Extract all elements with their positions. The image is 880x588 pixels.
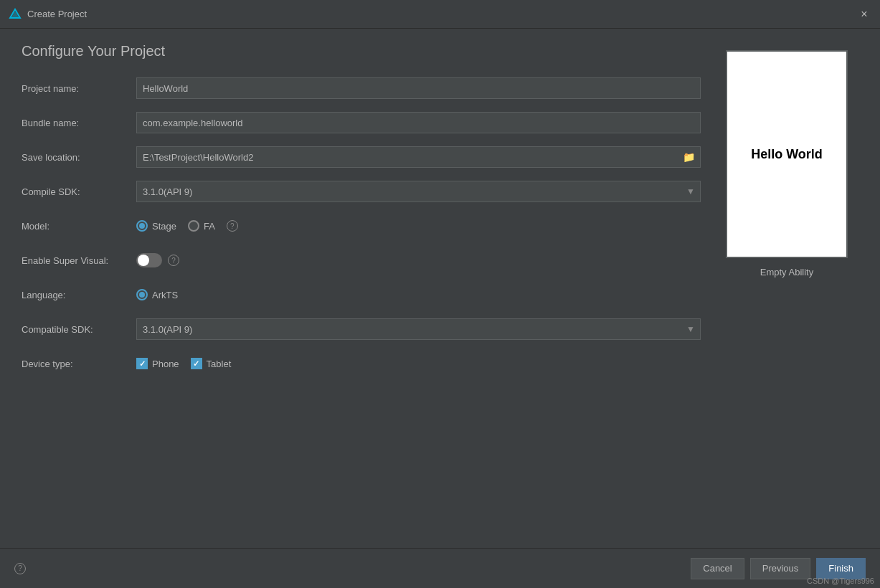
- close-button[interactable]: ×: [857, 7, 871, 22]
- model-help-icon[interactable]: ?: [227, 220, 238, 232]
- cancel-button[interactable]: Cancel: [691, 558, 744, 579]
- device-phone-label: Phone: [152, 359, 179, 369]
- device-type-row: Device type: Phone Tablet: [22, 352, 701, 375]
- project-name-input[interactable]: [136, 77, 701, 99]
- bundle-name-input[interactable]: [136, 112, 701, 133]
- content-area: Configure Your Project Project name: Bun…: [0, 29, 880, 548]
- compatible-sdk-label: Compatible SDK:: [22, 324, 136, 335]
- app-icon: [9, 8, 22, 21]
- folder-icon[interactable]: 📁: [683, 151, 695, 163]
- preview-section: Hello World Empty Ability: [715, 43, 858, 534]
- model-label: Model:: [22, 221, 136, 232]
- model-fa-option[interactable]: FA: [188, 220, 215, 232]
- project-name-label: Project name:: [22, 83, 136, 94]
- language-arkts-radio[interactable]: [136, 289, 148, 300]
- super-visual-controls: ?: [136, 253, 179, 267]
- save-location-wrapper: 📁: [136, 146, 701, 168]
- super-visual-row: Enable Super Visual: ?: [22, 249, 701, 272]
- language-label: Language:: [22, 290, 136, 300]
- page-title: Configure Your Project: [22, 43, 701, 60]
- previous-button[interactable]: Previous: [750, 558, 811, 579]
- super-visual-toggle[interactable]: [136, 253, 162, 267]
- watermark: CSDN @Tigers996: [807, 577, 874, 585]
- form-section: Configure Your Project Project name: Bun…: [22, 43, 701, 534]
- super-visual-label: Enable Super Visual:: [22, 255, 136, 266]
- compile-sdk-label: Compile SDK:: [22, 186, 136, 197]
- device-phone-checkbox[interactable]: [136, 358, 148, 369]
- model-fa-label: FA: [204, 221, 215, 232]
- bottom-bar: ? Cancel Previous Finish: [0, 548, 880, 588]
- bottom-left: ?: [14, 563, 26, 574]
- preview-phone: Hello World: [726, 50, 848, 258]
- model-row: Model: Stage FA ?: [22, 214, 701, 237]
- compatible-sdk-row: Compatible SDK: 3.1.0(API 9) 3.0.0(API 8…: [22, 318, 701, 341]
- device-tablet-checkbox[interactable]: [191, 358, 202, 369]
- bundle-name-row: Bundle name:: [22, 111, 701, 134]
- compile-sdk-row: Compile SDK: 3.1.0(API 9) 3.0.0(API 8) 2…: [22, 180, 701, 203]
- device-type-checkbox-group: Phone Tablet: [136, 358, 231, 369]
- save-location-input[interactable]: [136, 146, 701, 168]
- bottom-right: Cancel Previous Finish: [691, 558, 866, 579]
- model-radio-group: Stage FA ?: [136, 220, 238, 232]
- finish-button[interactable]: Finish: [816, 558, 866, 579]
- save-location-row: Save location: 📁: [22, 146, 701, 169]
- title-bar-title: Create Project: [27, 9, 857, 19]
- title-bar: Create Project ×: [0, 0, 880, 29]
- device-phone-option[interactable]: Phone: [136, 358, 179, 369]
- language-arkts-option[interactable]: ArkTS: [136, 289, 178, 300]
- model-stage-option[interactable]: Stage: [136, 220, 176, 232]
- language-row: Language: ArkTS: [22, 283, 701, 306]
- window: Create Project × Configure Your Project …: [0, 0, 880, 588]
- preview-label: Empty Ability: [760, 267, 813, 278]
- super-visual-help-icon[interactable]: ?: [168, 255, 179, 266]
- bundle-name-label: Bundle name:: [22, 118, 136, 128]
- project-name-row: Project name:: [22, 77, 701, 100]
- device-type-label: Device type:: [22, 359, 136, 369]
- save-location-label: Save location:: [22, 152, 136, 163]
- preview-hello-world-text: Hello World: [751, 147, 823, 162]
- model-stage-label: Stage: [152, 221, 176, 232]
- model-stage-radio[interactable]: [136, 220, 148, 232]
- compatible-sdk-select[interactable]: 3.1.0(API 9) 3.0.0(API 8) 2.0.0(API 7): [136, 318, 701, 340]
- model-fa-radio[interactable]: [188, 220, 199, 232]
- compile-sdk-wrapper: 3.1.0(API 9) 3.0.0(API 8) 2.0.0(API 7) ▼: [136, 181, 701, 202]
- compile-sdk-select[interactable]: 3.1.0(API 9) 3.0.0(API 8) 2.0.0(API 7): [136, 181, 701, 202]
- device-tablet-option[interactable]: Tablet: [191, 358, 232, 369]
- language-radio-group: ArkTS: [136, 289, 178, 300]
- toggle-knob: [138, 255, 149, 266]
- compatible-sdk-wrapper: 3.1.0(API 9) 3.0.0(API 8) 2.0.0(API 7) ▼: [136, 318, 701, 340]
- language-arkts-label: ArkTS: [152, 290, 178, 300]
- device-tablet-label: Tablet: [207, 359, 232, 369]
- bottom-help-icon[interactable]: ?: [14, 563, 26, 574]
